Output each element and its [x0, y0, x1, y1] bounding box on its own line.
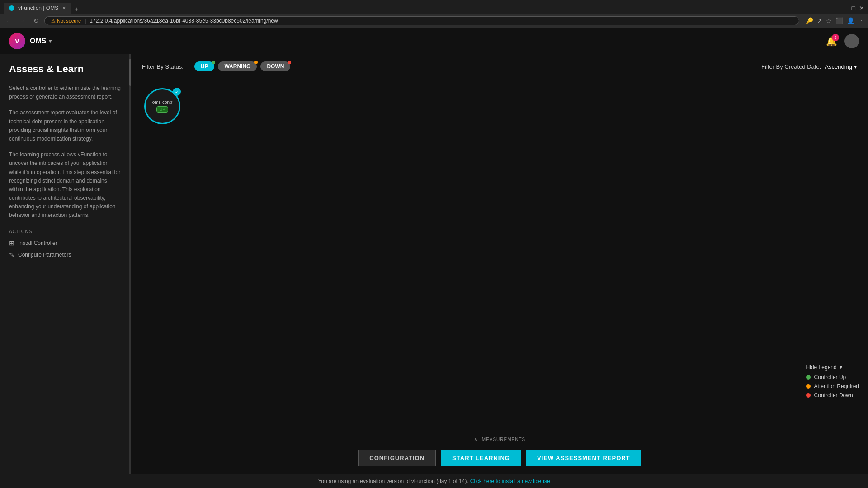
- legend-down-dot: [806, 393, 811, 398]
- legend-toggle[interactable]: Hide Legend ▾: [806, 364, 859, 371]
- measurements-bar[interactable]: ∧ MEASUREMENTS: [131, 432, 868, 444]
- date-filter-label: Filter By Created Date:: [761, 63, 821, 70]
- forward-button[interactable]: →: [17, 15, 28, 26]
- controller-status-badge: UP: [156, 106, 169, 113]
- app-name-chevron-icon: ▾: [49, 38, 52, 44]
- controller-name: oms-contr: [152, 100, 172, 105]
- back-button[interactable]: ←: [4, 15, 14, 26]
- minimize-button[interactable]: —: [842, 5, 848, 12]
- tab-favicon: [9, 5, 14, 11]
- filter-status-label: Filter By Status:: [142, 63, 184, 70]
- license-link[interactable]: Click here to install a new license: [470, 478, 550, 484]
- legend-up-label: Controller Up: [814, 374, 846, 380]
- filter-tag-up[interactable]: UP: [194, 61, 215, 71]
- menu-icon[interactable]: ⋮: [858, 17, 864, 24]
- view-assessment-button[interactable]: VIEW ASSESSMENT REPORT: [526, 450, 641, 466]
- tab-close-button[interactable]: ✕: [62, 5, 66, 11]
- actions-section: ACTIONS ⊞ Install Controller ✎ Configure…: [9, 229, 122, 258]
- scroll-thumb[interactable]: [129, 59, 131, 86]
- date-sort-value: Ascending: [825, 63, 852, 70]
- app-header: v OMS ▾ 🔔 2: [0, 28, 868, 54]
- browser-tabs: vFunction | OMS ✕ + — □ ✕: [0, 0, 868, 14]
- date-sort-select[interactable]: Ascending ▾: [825, 63, 857, 70]
- maximize-button[interactable]: □: [852, 5, 855, 12]
- action-buttons: CONFIGURATION START LEARNING VIEW ASSESS…: [131, 444, 868, 474]
- profile-icon[interactable]: 👤: [847, 17, 854, 24]
- share-icon[interactable]: ↗: [817, 17, 822, 24]
- url-bar[interactable]: ⚠ Not secure | 172.2.0.4/applications/36…: [44, 16, 799, 25]
- close-button[interactable]: ✕: [859, 5, 864, 12]
- url-text: 172.2.0.4/applications/36a218ea-16bf-403…: [90, 18, 278, 24]
- security-indicator: ⚠ Not secure: [51, 18, 81, 24]
- up-status-dot: [212, 61, 215, 64]
- measurements-label: MEASUREMENTS: [482, 437, 525, 442]
- legend-warning-dot: [806, 384, 811, 389]
- date-sort-chevron-icon: ▾: [854, 63, 857, 70]
- description-3: The learning process allows vFunction to…: [9, 150, 122, 220]
- legend-chevron-icon: ▾: [840, 364, 842, 371]
- legend-controller-down: Controller Down: [806, 392, 859, 399]
- scroll-divider: [129, 54, 131, 474]
- notification-badge: 2: [832, 34, 839, 41]
- description-1: Select a controller to either initiate t…: [9, 84, 122, 101]
- down-status-dot: [288, 61, 291, 64]
- main-content: Assess & Learn Select a controller to ei…: [0, 54, 868, 474]
- description-2: The assessment report evaluates the leve…: [9, 108, 122, 143]
- page-title: Assess & Learn: [9, 63, 122, 75]
- legend-attention-required: Attention Required: [806, 383, 859, 389]
- controller-circle: ✓ oms-contr UP: [144, 88, 180, 124]
- key-icon: 🔑: [806, 17, 813, 24]
- configuration-button[interactable]: CONFIGURATION: [358, 450, 436, 466]
- app-logo: v: [9, 33, 25, 49]
- configure-params-icon: ✎: [9, 251, 14, 258]
- reload-button[interactable]: ↻: [31, 15, 42, 26]
- warning-status-dot: [254, 61, 258, 64]
- header-right: 🔔 2: [826, 34, 859, 48]
- bottom-area: ∧ MEASUREMENTS CONFIGURATION START LEARN…: [131, 432, 868, 474]
- install-controller-item[interactable]: ⊞ Install Controller: [9, 239, 122, 247]
- legend-warning-label: Attention Required: [814, 383, 859, 389]
- install-controller-label: Install Controller: [18, 240, 57, 246]
- browser-tab-active[interactable]: vFunction | OMS ✕: [4, 3, 71, 14]
- legend-controller-up: Controller Up: [806, 374, 859, 380]
- notification-button[interactable]: 🔔 2: [826, 36, 837, 47]
- panel-scroll[interactable]: Select a controller to either initiate t…: [9, 84, 122, 465]
- install-controller-icon: ⊞: [9, 239, 14, 247]
- filter-tag-warning[interactable]: WARNING: [218, 61, 257, 71]
- controller-grid: ✓ oms-contr UP: [131, 79, 868, 432]
- controller-check-icon: ✓: [173, 88, 181, 96]
- legend-panel: Hide Legend ▾ Controller Up Attention Re…: [806, 364, 859, 401]
- browser-nav: ← → ↻ ⚠ Not secure | 172.2.0.4/applicati…: [0, 14, 868, 28]
- filter-bar: Filter By Status: UP WARNING DOWN Filter…: [131, 54, 868, 79]
- measurements-chevron-icon: ∧: [474, 436, 478, 442]
- left-panel: Assess & Learn Select a controller to ei…: [0, 54, 131, 474]
- actions-label: ACTIONS: [9, 229, 122, 234]
- legend-down-label: Controller Down: [814, 392, 853, 399]
- bookmark-icon[interactable]: ☆: [826, 17, 832, 24]
- status-bar: You are using an evaluation version of v…: [0, 474, 868, 488]
- legend-hide-label: Hide Legend: [806, 364, 837, 371]
- controller-card[interactable]: ✓ oms-contr UP: [142, 88, 183, 124]
- tab-title: vFunction | OMS: [18, 5, 58, 11]
- app-name[interactable]: OMS ▾: [30, 37, 52, 45]
- date-filter: Filter By Created Date: Ascending ▾: [761, 63, 857, 70]
- configure-params-label: Configure Parameters: [18, 252, 71, 258]
- start-learning-button[interactable]: START LEARNING: [441, 450, 521, 466]
- filter-tag-down[interactable]: DOWN: [260, 61, 290, 71]
- browser-chrome: vFunction | OMS ✕ + — □ ✕ ← → ↻ ⚠ Not se…: [0, 0, 868, 28]
- legend-up-dot: [806, 375, 811, 380]
- extensions-icon[interactable]: ⬛: [835, 17, 843, 24]
- status-text: You are using an evaluation version of v…: [318, 478, 468, 484]
- filter-tags: UP WARNING DOWN: [194, 61, 291, 71]
- configure-params-item[interactable]: ✎ Configure Parameters: [9, 251, 122, 258]
- user-avatar[interactable]: [844, 34, 859, 48]
- new-tab-button[interactable]: +: [71, 5, 81, 14]
- right-content: Filter By Status: UP WARNING DOWN Filter…: [131, 54, 868, 474]
